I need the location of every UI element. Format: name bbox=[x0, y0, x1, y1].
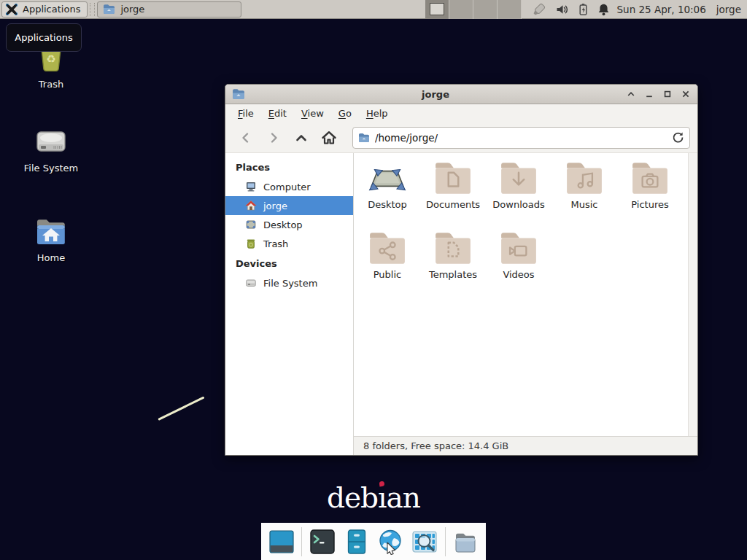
home-button[interactable] bbox=[316, 127, 341, 149]
desktop-trapezoid-icon bbox=[368, 160, 407, 197]
shade-button[interactable] bbox=[626, 89, 636, 99]
dock bbox=[261, 523, 486, 560]
panel-handle[interactable] bbox=[90, 3, 95, 16]
folder-label: Templates bbox=[429, 269, 477, 280]
file-cabinet-icon[interactable] bbox=[343, 528, 371, 556]
public-folder-icon bbox=[368, 230, 407, 267]
folder-item-downloads[interactable]: Downloads bbox=[486, 160, 551, 210]
folder-item-public[interactable]: Public bbox=[355, 230, 420, 280]
menu-edit[interactable]: Edit bbox=[261, 106, 294, 121]
desktop-icon-label: Trash bbox=[39, 79, 63, 90]
sidebar-item-label: Trash bbox=[263, 238, 288, 249]
window-folder-icon bbox=[232, 88, 245, 100]
desktop-icon-home[interactable]: Home bbox=[18, 215, 84, 263]
workspace-4[interactable] bbox=[498, 0, 522, 19]
vertical-scrollbar[interactable] bbox=[688, 153, 697, 436]
side-pane: Places Computer jorge bbox=[225, 153, 354, 455]
applications-menu-button[interactable]: Applications bbox=[1, 1, 88, 18]
folder-label: Music bbox=[571, 199, 598, 210]
folder-label: Videos bbox=[503, 269, 534, 280]
computer-icon bbox=[245, 181, 257, 192]
maximize-button[interactable] bbox=[662, 89, 673, 99]
downloads-folder-icon bbox=[499, 160, 538, 197]
desktop-icon-label: Home bbox=[37, 252, 65, 263]
sidebar-item-jorge[interactable]: jorge bbox=[225, 196, 353, 215]
xfce-applications-icon bbox=[4, 2, 19, 17]
file-manager-icon[interactable] bbox=[452, 528, 479, 556]
minimize-button[interactable] bbox=[644, 89, 654, 99]
folder-label: Pictures bbox=[631, 199, 668, 210]
desktop-icon-file-system[interactable]: File System bbox=[18, 125, 84, 174]
desktop-icon-label: File System bbox=[24, 163, 78, 174]
app-finder-icon[interactable] bbox=[411, 528, 438, 556]
taskbar-window-button[interactable]: jorge bbox=[97, 1, 241, 18]
places-header: Places bbox=[225, 157, 353, 177]
devices-header: Devices bbox=[225, 253, 353, 273]
sidebar-item-trash[interactable]: Trash bbox=[225, 234, 353, 253]
stray-line-artifact bbox=[158, 396, 204, 420]
marker-icon[interactable] bbox=[532, 2, 548, 17]
tooltip-text: Applications bbox=[15, 32, 72, 43]
hard-drive-icon bbox=[34, 125, 69, 159]
svg-text:♻: ♻ bbox=[46, 52, 55, 66]
sidebar-item-file-system[interactable]: File System bbox=[225, 273, 353, 292]
battery-icon[interactable] bbox=[577, 3, 589, 16]
workspace-3[interactable] bbox=[473, 0, 498, 19]
menubar: File Edit View Go Help bbox=[225, 104, 697, 122]
window-title: jorge bbox=[249, 89, 622, 100]
taskbar-window-label: jorge bbox=[120, 4, 144, 15]
folder-item-desktop[interactable]: Desktop bbox=[355, 160, 420, 210]
drive-icon bbox=[245, 277, 257, 289]
sidebar-item-label: jorge bbox=[263, 201, 287, 211]
folder-label: Public bbox=[374, 269, 401, 280]
folder-item-music[interactable]: Music bbox=[551, 160, 617, 210]
desktop-icon bbox=[245, 219, 257, 230]
documents-folder-icon bbox=[433, 160, 473, 197]
notifications-icon[interactable] bbox=[597, 3, 610, 16]
menu-view[interactable]: View bbox=[294, 106, 331, 121]
folder-item-documents[interactable]: Documents bbox=[420, 160, 486, 210]
back-button[interactable] bbox=[233, 127, 258, 149]
sidebar-item-computer[interactable]: Computer bbox=[225, 177, 353, 196]
volume-icon[interactable] bbox=[556, 4, 569, 15]
folder-item-videos[interactable]: Videos bbox=[486, 230, 551, 280]
folder-icon bbox=[103, 4, 115, 15]
reload-icon[interactable] bbox=[672, 131, 684, 144]
sidebar-item-label: File System bbox=[263, 278, 317, 289]
folder-item-templates[interactable]: Templates bbox=[420, 230, 486, 280]
workspace-2[interactable] bbox=[449, 0, 473, 19]
workspace-1[interactable] bbox=[425, 0, 449, 19]
panel-username: jorge bbox=[716, 4, 741, 15]
toolbar bbox=[225, 122, 697, 153]
terminal-icon[interactable] bbox=[309, 528, 336, 556]
trash-icon bbox=[245, 238, 257, 249]
home-folder-icon bbox=[33, 215, 69, 249]
top-panel: Applications jorge bbox=[0, 0, 747, 19]
statusbar-text: 8 folders, Free space: 14.4 GiB bbox=[363, 440, 508, 451]
sidebar-item-label: Computer bbox=[263, 182, 311, 192]
menu-help[interactable]: Help bbox=[359, 106, 395, 121]
dock-separator bbox=[301, 527, 302, 556]
show-desktop-icon[interactable] bbox=[268, 528, 295, 556]
titlebar[interactable]: jorge bbox=[225, 85, 697, 104]
close-button[interactable] bbox=[681, 89, 691, 99]
sidebar-item-label: Desktop bbox=[263, 219, 303, 230]
path-input[interactable] bbox=[375, 132, 667, 144]
pictures-folder-icon bbox=[630, 160, 670, 197]
menu-go[interactable]: Go bbox=[331, 106, 359, 121]
panel-clock[interactable]: Sun 25 Apr, 10:06 bbox=[617, 4, 706, 15]
home-icon bbox=[245, 200, 257, 211]
path-bar[interactable] bbox=[352, 127, 690, 149]
web-browser-icon[interactable] bbox=[376, 528, 404, 556]
folder-item-pictures[interactable]: Pictures bbox=[617, 160, 683, 210]
sidebar-item-desktop[interactable]: Desktop bbox=[225, 215, 353, 234]
menu-file[interactable]: File bbox=[231, 106, 261, 121]
applications-tooltip: Applications bbox=[6, 23, 82, 52]
forward-button[interactable] bbox=[260, 127, 286, 149]
statusbar: 8 folders, Free space: 14.4 GiB bbox=[354, 436, 697, 455]
applications-menu-label: Applications bbox=[23, 4, 80, 15]
debian-logo-text: deb bbox=[327, 481, 378, 514]
folder-view[interactable]: Desktop Documents bbox=[354, 153, 697, 436]
up-button[interactable] bbox=[288, 127, 314, 149]
path-folder-icon bbox=[358, 133, 370, 143]
